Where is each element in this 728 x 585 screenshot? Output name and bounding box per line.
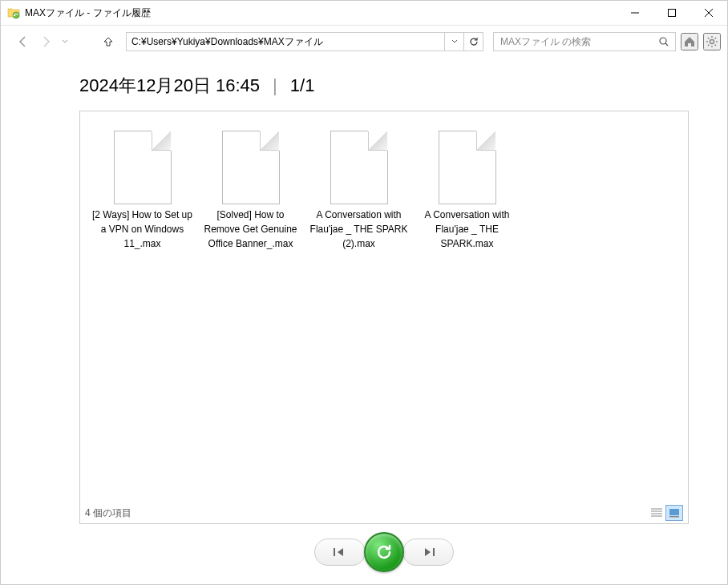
toolbar: [1, 26, 727, 58]
file-item[interactable]: A Conversation with Flau'jae _ THE SPARK…: [305, 127, 413, 254]
file-name: A Conversation with Flau'jae _ THE SPARK…: [416, 208, 518, 251]
view-details-button[interactable]: [648, 505, 665, 521]
file-icon: [114, 131, 172, 204]
svg-rect-14: [334, 548, 335, 556]
restore-button[interactable]: [364, 532, 404, 572]
maximize-button[interactable]: [653, 1, 690, 25]
svg-line-6: [665, 43, 668, 46]
gear-icon[interactable]: [703, 33, 721, 50]
refresh-button[interactable]: [463, 33, 483, 50]
item-count: 4 個の項目: [85, 506, 131, 520]
path-dropdown[interactable]: [444, 33, 463, 50]
svg-rect-13: [669, 516, 679, 518]
previous-version-button[interactable]: [314, 539, 366, 566]
minimize-button[interactable]: [617, 1, 653, 25]
search-input[interactable]: [494, 33, 653, 50]
up-button[interactable]: [99, 32, 118, 51]
history-dropdown[interactable]: [59, 32, 71, 51]
window-controls: [617, 1, 727, 25]
svg-rect-2: [669, 10, 676, 17]
app-icon: [7, 6, 20, 19]
heading-page: 1/1: [290, 75, 315, 96]
search-box: [493, 32, 676, 51]
forward-button[interactable]: [36, 32, 55, 51]
history-controls: [79, 527, 689, 577]
back-button[interactable]: [14, 32, 33, 51]
search-button[interactable]: [653, 33, 675, 50]
file-item[interactable]: [2 Ways] How to Set up a VPN on Windows …: [88, 127, 196, 254]
content-area: 2024年12月20日 16:45 | 1/1 [2 Ways] How to …: [1, 58, 727, 584]
svg-point-5: [660, 38, 666, 44]
address-bar: [126, 32, 483, 51]
svg-rect-12: [669, 509, 679, 515]
file-icon: [222, 131, 280, 204]
svg-rect-15: [433, 548, 435, 556]
close-button[interactable]: [690, 1, 727, 25]
file-icon: [439, 131, 496, 204]
file-name: A Conversation with Flau'jae _ THE SPARK…: [308, 208, 410, 251]
view-icons-button[interactable]: [665, 505, 683, 521]
pane-footer: 4 個の項目: [80, 502, 688, 523]
file-icon: [330, 131, 388, 204]
path-input[interactable]: [127, 33, 444, 50]
home-icon[interactable]: [681, 33, 698, 50]
file-name: [Solved] How to Remove Get Genuine Offic…: [200, 208, 301, 251]
page-heading: 2024年12月20日 16:45 | 1/1: [79, 74, 689, 98]
file-item[interactable]: A Conversation with Flau'jae _ THE SPARK…: [413, 127, 521, 254]
window-title: MAXファイル - ファイル履歴: [25, 6, 617, 20]
file-item[interactable]: [Solved] How to Remove Get Genuine Offic…: [196, 127, 305, 254]
heading-datetime: 2024年12月20日 16:45: [79, 74, 260, 98]
heading-separator: |: [273, 75, 277, 96]
svg-point-7: [710, 40, 714, 44]
window: MAXファイル - ファイル履歴 2024年12月20日 16:45 | 1/1: [0, 0, 728, 585]
file-name: [2 Ways] How to Set up a VPN on Windows …: [91, 208, 193, 251]
files-grid: [2 Ways] How to Set up a VPN on Windows …: [80, 111, 688, 270]
next-version-button[interactable]: [402, 539, 454, 566]
file-pane: [2 Ways] How to Set up a VPN on Windows …: [79, 111, 689, 524]
titlebar: MAXファイル - ファイル履歴: [1, 1, 727, 26]
